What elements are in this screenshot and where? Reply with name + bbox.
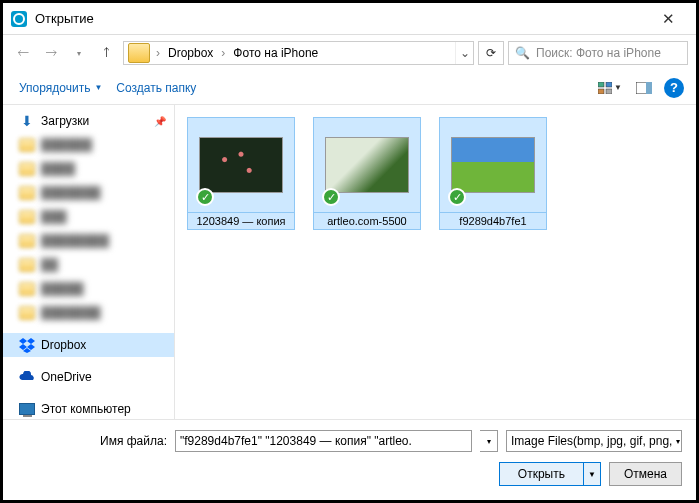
pin-icon: 📌 bbox=[154, 116, 166, 127]
check-icon: ✓ bbox=[196, 188, 214, 206]
chevron-down-icon: ▼ bbox=[94, 83, 102, 92]
refresh-button[interactable]: ⟳ bbox=[478, 41, 504, 65]
chevron-down-icon: ▾ bbox=[676, 437, 680, 446]
chevron-right-icon: › bbox=[219, 46, 227, 60]
sidebar-item-folder[interactable]: ██████ bbox=[3, 133, 174, 157]
sidebar-item-folder[interactable]: █████ bbox=[3, 277, 174, 301]
search-input[interactable]: 🔍 Поиск: Фото на iPhone bbox=[508, 41, 688, 65]
file-list[interactable]: ✓ 1203849 — копия ✓ artleo.com-5500 ✓ f9… bbox=[175, 105, 696, 419]
open-button[interactable]: Открыть ▼ bbox=[499, 462, 601, 486]
sidebar-item-onedrive[interactable]: OneDrive bbox=[3, 365, 174, 389]
computer-icon bbox=[19, 403, 35, 415]
footer: Имя файла: "f9289d4b7fe1" "1203849 — коп… bbox=[3, 419, 696, 500]
file-name: f9289d4b7fe1 bbox=[439, 213, 547, 230]
close-button[interactable]: ✕ bbox=[648, 10, 688, 28]
cancel-button[interactable]: Отмена bbox=[609, 462, 682, 486]
search-placeholder: Поиск: Фото на iPhone bbox=[536, 46, 661, 60]
sidebar-item-dropbox[interactable]: Dropbox bbox=[3, 333, 174, 357]
search-icon: 🔍 bbox=[515, 46, 530, 60]
open-button-label: Открыть bbox=[500, 463, 584, 485]
dropbox-icon bbox=[19, 337, 35, 353]
nav-row: 🡐 🡒 ▾ 🡑 › Dropbox › Фото на iPhone ⌄ ⟳ 🔍… bbox=[3, 35, 696, 71]
sidebar-item-folder[interactable]: ██ bbox=[3, 253, 174, 277]
file-thumbnail[interactable]: ✓ artleo.com-5500 bbox=[313, 117, 421, 230]
toolbar: Упорядочить ▼ Создать папку ▼ ? bbox=[3, 71, 696, 105]
sidebar-item-label: ████ bbox=[41, 162, 75, 176]
sidebar-item-label: ██ bbox=[41, 258, 58, 272]
thumbnails-icon bbox=[598, 82, 612, 94]
folder-icon bbox=[19, 258, 35, 272]
sidebar: ⬇ Загрузки 📌 ██████ ████ ███████ ███ ███… bbox=[3, 105, 175, 419]
sidebar-item-thispc[interactable]: Этот компьютер bbox=[3, 397, 174, 419]
chevron-right-icon: › bbox=[154, 46, 162, 60]
preview-pane-button[interactable] bbox=[630, 76, 658, 100]
svg-rect-5 bbox=[646, 82, 652, 94]
sidebar-item-folder[interactable]: ███████ bbox=[3, 181, 174, 205]
body: ⬇ Загрузки 📌 ██████ ████ ███████ ███ ███… bbox=[3, 105, 696, 419]
open-dialog: Открытие ✕ 🡐 🡒 ▾ 🡑 › Dropbox › Фото на i… bbox=[0, 0, 699, 503]
sidebar-item-label: Загрузки bbox=[41, 114, 89, 128]
file-name: artleo.com-5500 bbox=[313, 213, 421, 230]
breadcrumb[interactable]: › Dropbox › Фото на iPhone ⌄ bbox=[123, 41, 474, 65]
chevron-down-icon: ▼ bbox=[614, 83, 622, 92]
sidebar-item-label: █████ bbox=[41, 282, 84, 296]
filter-label: Image Files(bmp, jpg, gif, png, bbox=[511, 434, 672, 448]
window-title: Открытие bbox=[35, 11, 648, 26]
forward-button[interactable]: 🡒 bbox=[39, 41, 63, 65]
sidebar-item-downloads[interactable]: ⬇ Загрузки 📌 bbox=[3, 109, 174, 133]
open-split-dropdown[interactable]: ▼ bbox=[584, 470, 600, 479]
sidebar-item-folder[interactable]: ███████ bbox=[3, 301, 174, 325]
svg-rect-1 bbox=[606, 82, 612, 87]
organize-menu[interactable]: Упорядочить ▼ bbox=[15, 77, 106, 99]
sidebar-item-folder[interactable]: ████████ bbox=[3, 229, 174, 253]
breadcrumb-seg-photos[interactable]: Фото на iPhone bbox=[227, 42, 324, 64]
svg-rect-3 bbox=[606, 89, 612, 94]
download-icon: ⬇ bbox=[19, 113, 35, 129]
image-preview bbox=[451, 137, 535, 193]
sidebar-item-folder[interactable]: ███ bbox=[3, 205, 174, 229]
folder-icon bbox=[19, 186, 35, 200]
file-type-filter[interactable]: Image Files(bmp, jpg, gif, png, ▾ bbox=[506, 430, 682, 452]
back-button[interactable]: 🡐 bbox=[11, 41, 35, 65]
folder-icon bbox=[19, 234, 35, 248]
preview-pane-icon bbox=[636, 82, 652, 94]
app-icon bbox=[11, 11, 27, 27]
folder-icon bbox=[19, 306, 35, 320]
newfolder-label: Создать папку bbox=[116, 81, 196, 95]
sidebar-item-label: ███████ bbox=[41, 306, 101, 320]
svg-rect-0 bbox=[598, 82, 604, 87]
image-preview bbox=[199, 137, 283, 193]
file-thumbnail[interactable]: ✓ f9289d4b7fe1 bbox=[439, 117, 547, 230]
breadcrumb-dropdown[interactable]: ⌄ bbox=[455, 42, 473, 64]
recent-dropdown[interactable]: ▾ bbox=[67, 41, 91, 65]
svg-rect-2 bbox=[598, 89, 604, 94]
titlebar: Открытие ✕ bbox=[3, 3, 696, 35]
sidebar-item-label: Этот компьютер bbox=[41, 402, 131, 416]
folder-icon bbox=[19, 210, 35, 224]
cancel-button-label: Отмена bbox=[624, 467, 667, 481]
breadcrumb-seg-dropbox[interactable]: Dropbox bbox=[162, 42, 219, 64]
folder-icon bbox=[19, 162, 35, 176]
filename-history-dropdown[interactable]: ▾ bbox=[480, 430, 498, 452]
view-mode-button[interactable]: ▼ bbox=[596, 76, 624, 100]
file-name: 1203849 — копия bbox=[187, 213, 295, 230]
filename-input[interactable]: "f9289d4b7fe1" "1203849 — копия" "artleo… bbox=[175, 430, 472, 452]
organize-label: Упорядочить bbox=[19, 81, 90, 95]
folder-icon bbox=[19, 282, 35, 296]
folder-icon bbox=[128, 43, 150, 63]
check-icon: ✓ bbox=[322, 188, 340, 206]
new-folder-button[interactable]: Создать папку bbox=[112, 77, 200, 99]
sidebar-item-label: OneDrive bbox=[41, 370, 92, 384]
image-preview bbox=[325, 137, 409, 193]
sidebar-item-label: ████████ bbox=[41, 234, 109, 248]
sidebar-item-label: Dropbox bbox=[41, 338, 86, 352]
onedrive-icon bbox=[19, 371, 35, 383]
help-button[interactable]: ? bbox=[664, 78, 684, 98]
sidebar-item-label: ███ bbox=[41, 210, 67, 224]
up-button[interactable]: 🡑 bbox=[95, 41, 119, 65]
file-thumbnail[interactable]: ✓ 1203849 — копия bbox=[187, 117, 295, 230]
sidebar-item-label: ██████ bbox=[41, 138, 92, 152]
folder-icon bbox=[19, 138, 35, 152]
sidebar-item-folder[interactable]: ████ bbox=[3, 157, 174, 181]
filename-value: "f9289d4b7fe1" "1203849 — копия" "artleo… bbox=[180, 434, 412, 448]
